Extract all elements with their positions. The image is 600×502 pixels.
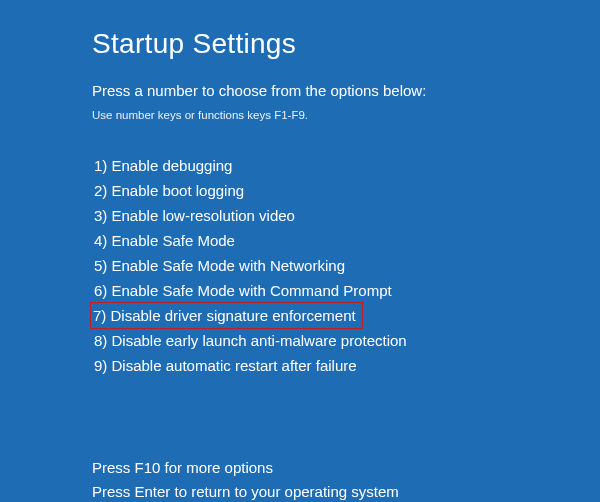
startup-settings-screen: Startup Settings Press a number to choos…: [0, 0, 600, 502]
option-6[interactable]: 6) Enable Safe Mode with Command Prompt: [92, 278, 396, 303]
more-options-hint: Press F10 for more options: [92, 456, 600, 480]
option-1[interactable]: 1) Enable debugging: [92, 153, 236, 178]
option-7[interactable]: 7) Disable driver signature enforcement: [90, 302, 363, 329]
option-3[interactable]: 3) Enable low-resolution video: [92, 203, 299, 228]
option-8[interactable]: 8) Disable early launch anti-malware pro…: [92, 328, 411, 353]
hint-text: Use number keys or functions keys F1-F9.: [92, 109, 600, 121]
subtitle-text: Press a number to choose from the option…: [92, 82, 600, 99]
option-4[interactable]: 4) Enable Safe Mode: [92, 228, 239, 253]
option-2[interactable]: 2) Enable boot logging: [92, 178, 248, 203]
footer-instructions: Press F10 for more options Press Enter t…: [92, 456, 600, 502]
options-list: 1) Enable debugging 2) Enable boot loggi…: [92, 153, 600, 378]
option-5[interactable]: 5) Enable Safe Mode with Networking: [92, 253, 349, 278]
option-9[interactable]: 9) Disable automatic restart after failu…: [92, 353, 361, 378]
return-hint: Press Enter to return to your operating …: [92, 480, 600, 502]
page-title: Startup Settings: [92, 28, 600, 60]
